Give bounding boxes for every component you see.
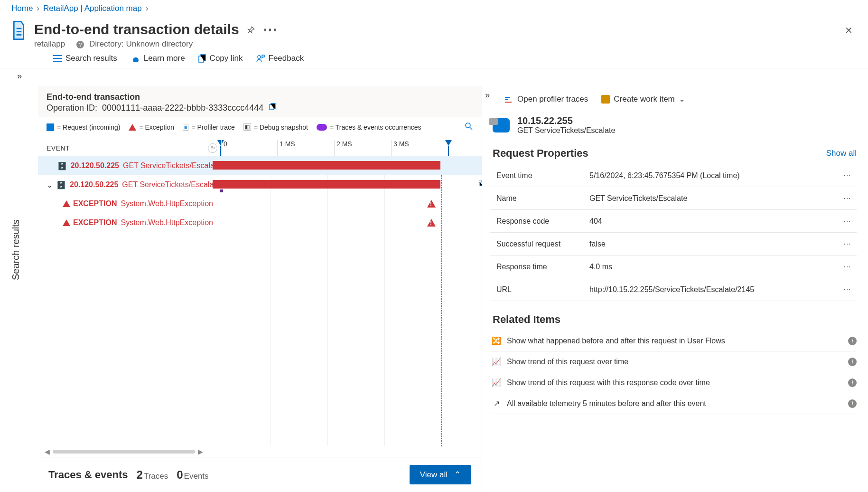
trace-dot: [220, 189, 223, 192]
search-results-button[interactable]: Search results: [53, 54, 117, 63]
row-ip: 20.120.50.225: [70, 180, 118, 189]
svg-rect-4: [479, 180, 481, 182]
chevron-up-icon: ⌃: [454, 470, 461, 480]
related-item[interactable]: 📈 Show trend of this request over time i: [490, 351, 857, 372]
expand-panel-icon[interactable]: »: [17, 71, 22, 81]
exception-row[interactable]: EXCEPTION System.Web.HttpException !: [38, 194, 482, 213]
clock-icon[interactable]: ↻: [208, 143, 217, 153]
feedback-button[interactable]: Feedback: [256, 54, 304, 63]
related-items-header: Related Items: [490, 301, 857, 331]
more-icon[interactable]: ⋯: [839, 194, 857, 203]
svg-point-3: [466, 123, 470, 128]
horizontal-scrollbar[interactable]: ◀ ▶: [38, 446, 482, 457]
chevron-right-icon: ›: [37, 4, 39, 13]
copy-id-icon[interactable]: [268, 103, 276, 113]
related-item[interactable]: 📈 Show trend of this request with this r…: [490, 372, 857, 393]
operation-id: 00001111-aaaa-2222-bbbb-3333cccc4444: [102, 103, 263, 113]
command-bar: Search results Learn more Copy link Feed…: [0, 49, 868, 68]
work-item-icon: [601, 95, 610, 104]
svg-point-1: [258, 56, 261, 58]
search-results-vertical-label: Search results: [10, 219, 21, 280]
related-item[interactable]: ↗ All available telemetry 5 minutes befo…: [490, 393, 857, 414]
exception-detail: System.Web.HttpException: [121, 218, 213, 227]
exception-row[interactable]: EXCEPTION System.Web.HttpException !: [38, 213, 482, 232]
hierarchy-icon[interactable]: [479, 180, 482, 189]
request-properties-header: Request Properties: [493, 147, 588, 160]
info-icon[interactable]: i: [848, 399, 857, 408]
chart-icon: 📈: [490, 378, 498, 387]
property-row: Response time4.0 ms⋯: [490, 255, 857, 278]
list-icon: [53, 55, 62, 62]
debug-legend-icon: ◧: [243, 123, 251, 131]
view-all-button[interactable]: View all ⌃: [410, 465, 471, 484]
info-icon[interactable]: i: [848, 358, 857, 366]
range-end-marker[interactable]: [445, 140, 452, 146]
property-row: Response code404⋯: [490, 210, 857, 233]
more-icon[interactable]: ⋯: [839, 171, 857, 180]
tick-2: 2 MS: [334, 140, 352, 156]
row-op: GET ServiceTickets/Escalate: [123, 161, 213, 170]
open-profiler-button[interactable]: Open profiler traces: [505, 95, 588, 104]
pin-icon[interactable]: [247, 21, 255, 38]
person-feedback-icon: [256, 54, 265, 63]
row-ip: 20.120.50.225: [71, 161, 119, 170]
operation-id-label: Operation ID:: [47, 103, 97, 113]
cloud-role-icon: [493, 118, 510, 132]
chart-icon: 📈: [490, 357, 498, 366]
more-icon[interactable]: ⋯: [839, 262, 857, 271]
scroll-right-icon[interactable]: ▶: [198, 448, 203, 455]
directory-label: ? Directory: Unknown directory: [76, 39, 193, 49]
learn-more-button[interactable]: Learn more: [131, 54, 185, 63]
create-work-item-button[interactable]: Create work item ⌄: [601, 94, 685, 104]
info-icon: ?: [76, 41, 84, 48]
property-row: Successful requestfalse⋯: [490, 233, 857, 255]
more-icon[interactable]: ⋯: [839, 217, 857, 226]
more-icon[interactable]: ⋯: [263, 21, 277, 38]
chevron-right-icon: ›: [146, 4, 149, 13]
collapse-right-icon[interactable]: »: [485, 90, 490, 100]
chevron-down-icon[interactable]: ⌄: [47, 180, 53, 189]
copy-icon: [198, 54, 206, 63]
timeline-header: EVENT ↻ 0 1 MS 2 MS 3 MS: [38, 137, 482, 156]
event-column-header: EVENT: [47, 144, 208, 152]
property-row: NameGET ServiceTickets/Escalate⋯: [490, 187, 857, 210]
exception-marker: !: [427, 200, 436, 208]
scroll-left-icon[interactable]: ◀: [45, 448, 50, 455]
tick-3: 3 MS: [391, 140, 409, 156]
timeline-rows: 🗄️ 20.120.50.225 GET ServiceTickets/Esca…: [38, 156, 482, 446]
related-item[interactable]: 🔀 Show what happened before and after th…: [490, 331, 857, 351]
request-bar: [213, 180, 440, 189]
search-icon[interactable]: [465, 122, 473, 132]
more-icon[interactable]: ⋯: [839, 285, 857, 294]
traces-footer: Traces & events 2Traces 0Events View all…: [38, 457, 482, 492]
exception-legend-icon: [129, 124, 136, 131]
chevron-down-icon: ⌄: [679, 94, 685, 104]
copy-link-button[interactable]: Copy link: [198, 54, 243, 63]
breadcrumb: Home › RetailApp | Application map ›: [0, 0, 868, 17]
request-row[interactable]: ⌄ 🗄️ 20.120.50.225 GET ServiceTickets/Es…: [38, 175, 482, 194]
breadcrumb-app[interactable]: RetailApp | Application map: [43, 4, 142, 13]
more-icon[interactable]: ⋯: [839, 239, 857, 248]
traces-count: 2: [137, 468, 143, 481]
operation-title: End-to-end transaction: [47, 92, 473, 102]
exception-marker: !: [427, 219, 436, 227]
property-row: URLhttp://10.15.22.255/ServiceTickets/Es…: [490, 278, 857, 301]
info-icon[interactable]: i: [848, 378, 857, 387]
row-op: GET ServiceTickets/Escalate: [122, 180, 213, 189]
server-icon: 🗄️: [57, 161, 67, 170]
page-title: End-to-end transaction details ⋯: [34, 21, 857, 38]
scroll-thumb[interactable]: [53, 450, 195, 454]
tick-0: 0: [221, 140, 227, 156]
breadcrumb-home[interactable]: Home: [11, 4, 33, 13]
traces-legend-icon: [317, 124, 327, 131]
info-icon[interactable]: i: [848, 337, 857, 345]
close-icon[interactable]: ✕: [845, 25, 853, 36]
events-count: 0: [177, 468, 183, 481]
arrow-out-icon: ↗: [490, 399, 498, 408]
instance-name: retailapp: [34, 39, 65, 49]
show-all-link[interactable]: Show all: [826, 149, 857, 158]
footer-title: Traces & events: [48, 469, 128, 481]
page-header: End-to-end transaction details ⋯ retaila…: [0, 17, 868, 49]
request-legend-icon: [47, 123, 54, 131]
request-row[interactable]: 🗄️ 20.120.50.225 GET ServiceTickets/Esca…: [38, 156, 482, 175]
